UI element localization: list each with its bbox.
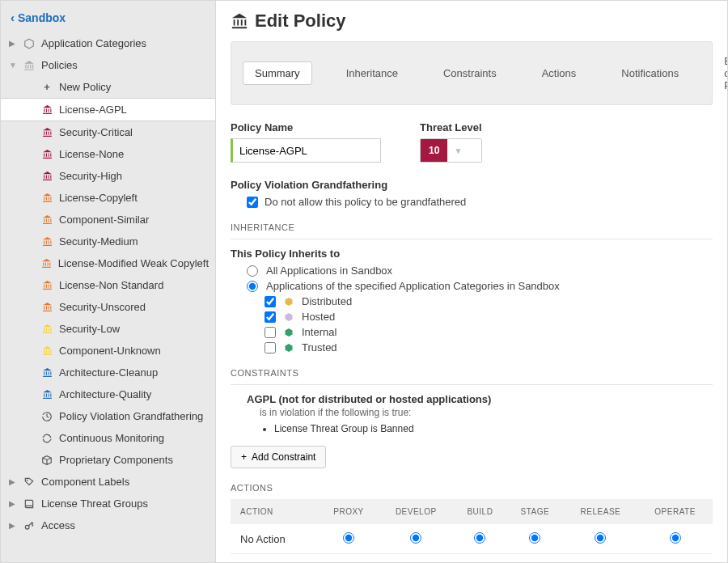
inherit-radio-all[interactable]: All Applications in Sandbox [247, 265, 713, 277]
tree-label: Security-Critical [59, 126, 209, 138]
action-cell [506, 524, 564, 554]
radio-specified[interactable] [247, 281, 258, 292]
constraint-rule: License Threat Group is Banned [274, 423, 713, 434]
sidebar-policy-item[interactable]: Security-High [1, 165, 215, 187]
chevron-left-icon: ‹ [11, 11, 15, 24]
sidebar-policy-item[interactable]: Component-Unknown [1, 340, 215, 362]
chevron-right-icon: ▶ [9, 39, 17, 48]
grandfather-checkbox[interactable] [247, 197, 258, 208]
tree-label: License-AGPL [59, 104, 209, 116]
action-cell [379, 524, 454, 554]
chevron-right-icon: ▶ [9, 477, 17, 486]
threat-level-select[interactable]: 10 ▼ [420, 138, 482, 163]
svg-marker-5 [286, 328, 293, 337]
action-radio[interactable] [474, 532, 485, 544]
constraint-subtitle: is in violation if the following is true… [260, 407, 713, 418]
hexagon-icon [284, 343, 294, 353]
tab[interactable]: Inheritance [335, 62, 409, 84]
sidebar-nav-item[interactable]: ▶ Component Labels [1, 471, 215, 493]
bank-icon [40, 389, 54, 400]
tag-label: Trusted [302, 341, 337, 353]
svg-point-1 [27, 479, 28, 480]
sidebar-extra-item[interactable]: Policy Violation Grandfathering [1, 405, 215, 427]
tag-checkbox[interactable] [265, 311, 276, 323]
bank-icon [40, 280, 54, 290]
tab[interactable]: Summary [243, 61, 312, 85]
tree-label: Component Labels [41, 476, 209, 488]
breadcrumb[interactable]: ‹ Sandbox [1, 6, 215, 32]
plus-icon: + [241, 451, 247, 463]
grandfather-checkbox-row[interactable]: Do not allow this policy to be grandfath… [231, 196, 713, 208]
action-radio[interactable] [529, 532, 540, 544]
sidebar-policy-item[interactable]: Component-Similar [1, 209, 215, 231]
bank-icon [22, 60, 36, 71]
action-radio[interactable] [595, 532, 606, 544]
sidebar-extra-item[interactable]: Proprietary Components [1, 449, 215, 471]
table-header: OPERATE [637, 499, 713, 524]
action-radio[interactable] [343, 532, 354, 544]
tree-label: Application Categories [41, 37, 209, 49]
action-cell [454, 554, 506, 563]
sidebar-policy-item[interactable]: License-Copyleft [1, 187, 215, 209]
inherit-radio-specified[interactable]: Applications of the specified Applicatio… [247, 280, 713, 292]
add-constraint-button[interactable]: + Add Constraint [231, 446, 326, 468]
inherit-tag-row[interactable]: Distributed [265, 295, 713, 307]
sidebar-nav-item[interactable]: ▶ License Threat Groups [1, 493, 215, 514]
sidebar-extra-item[interactable]: Continuous Monitoring [1, 427, 215, 449]
tag-label: Distributed [302, 295, 352, 307]
action-label-cell: ▲Warn [231, 554, 319, 563]
tab[interactable]: Actions [531, 62, 588, 84]
action-radio[interactable] [670, 532, 681, 544]
svg-point-2 [25, 525, 29, 529]
policy-name-input[interactable] [231, 138, 381, 163]
tree-label: Security-High [59, 170, 209, 182]
constraints-section-label: CONSTRAINTS [231, 368, 713, 378]
tag-label: Internal [302, 326, 336, 338]
tree-label: License-None [59, 148, 209, 160]
tab[interactable]: Constraints [432, 62, 508, 84]
tag-checkbox[interactable] [265, 296, 276, 307]
tag-checkbox[interactable] [265, 327, 276, 338]
sidebar-policy-item[interactable]: Security-Unscored [1, 296, 215, 318]
chevron-down-icon: ▼ [9, 61, 17, 70]
table-header: BUILD [454, 499, 506, 524]
sidebar-policy-item[interactable]: Security-Medium [1, 231, 215, 252]
breadcrumb-label: Sandbox [18, 11, 66, 24]
sidebar-policy-item[interactable]: Security-Critical [1, 121, 215, 143]
action-radio[interactable] [410, 532, 421, 544]
table-header: STAGE [506, 499, 564, 524]
sidebar-policy-item[interactable]: License-None [1, 143, 215, 165]
tag-checkbox[interactable] [265, 342, 276, 353]
sidebar-policy-item[interactable]: License-Modified Weak Copyleft [1, 252, 215, 274]
sidebar-policy-item[interactable]: License-Non Standard [1, 274, 215, 296]
inherit-tag-row[interactable]: Hosted [265, 311, 713, 323]
tab[interactable]: End of Page [713, 50, 727, 96]
sidebar-policy-item[interactable]: Architecture-Cleanup [1, 362, 215, 383]
grandfather-heading: Policy Violation Grandfathering [231, 179, 713, 191]
svg-marker-4 [286, 313, 293, 321]
inherits-heading: This Policy Inherits to [231, 248, 713, 260]
tree-label: Component-Unknown [59, 345, 209, 357]
tree-label: Security-Medium [59, 235, 209, 248]
policy-name-label: Policy Name [231, 121, 381, 133]
box-icon [40, 455, 54, 466]
sidebar-policy-item[interactable]: Security-Low [1, 318, 215, 340]
sidebar-policy-item[interactable]: License-AGPL [1, 98, 215, 121]
inheritance-section-label: INHERITANCE [231, 222, 713, 232]
threat-value: 10 [421, 139, 447, 162]
tab[interactable]: Notifications [610, 62, 690, 84]
bank-icon [40, 127, 54, 138]
inherit-tag-row[interactable]: Internal [265, 326, 713, 338]
inherit-tag-row[interactable]: Trusted [265, 341, 713, 353]
sidebar-item-new-policy[interactable]: + New Policy [1, 76, 215, 98]
chevron-right-icon: ▶ [9, 521, 17, 530]
tree-label: New Policy [59, 81, 209, 93]
sidebar-nav-item[interactable]: ▶ Access [1, 514, 215, 536]
threat-level-label: Threat Level [420, 121, 482, 133]
sidebar-item-policies[interactable]: ▼ Policies [1, 54, 215, 76]
radio-all[interactable] [247, 265, 258, 277]
sidebar-policy-item[interactable]: Architecture-Quality [1, 383, 215, 405]
tree-label: License-Modified Weak Copyleft [58, 257, 209, 269]
action-label-cell: No Action [231, 524, 319, 554]
sidebar-item-app-categories[interactable]: ▶ Application Categories [1, 32, 215, 54]
